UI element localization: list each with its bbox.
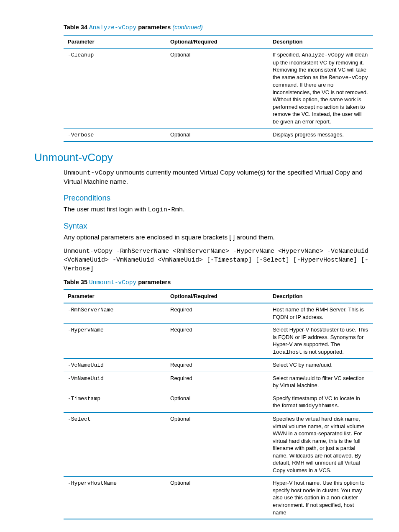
table34-body: -CleanupOptionalIf specified, Analyze-vC… (64, 48, 373, 141)
cell-parameter: -Select (64, 412, 166, 476)
text-run: Unmount-vCopy (64, 169, 114, 177)
cell-parameter: -Verbose (64, 128, 166, 141)
table-row: -TimestampOptionalSpecify timestamp of V… (64, 392, 373, 412)
col-parameter: Parameter (64, 35, 166, 49)
cell-parameter: -Cleanup (64, 48, 166, 128)
cell-optional-required: Optional (166, 477, 269, 519)
table-row: -HypervHostNameOptionalHyper-V host name… (64, 477, 373, 519)
text-run: Hyper-V host name. Use this option to sp… (273, 480, 365, 515)
cell-parameter: -VmNameUuid (64, 372, 166, 392)
col-optional-required: Optional/Required (166, 290, 269, 303)
caption-lead: Table 35 (64, 279, 89, 285)
param-code: -Verbose (68, 132, 94, 138)
param-code: -Cleanup (68, 52, 94, 58)
text-run: localhost (273, 349, 302, 355)
text-run: The user must first login with (64, 206, 148, 213)
cell-optional-required: Required (166, 324, 269, 359)
table35: Parameter Optional/Required Description … (64, 289, 373, 519)
param-code: -RmhServerName (68, 307, 113, 313)
cell-parameter: -RmhServerName (64, 303, 166, 324)
cell-description: Host name of the RMH Server. This is FQD… (269, 303, 373, 324)
caption-lead: Table 34 (64, 24, 89, 31)
cell-description: Select VC by name/uuid. (269, 359, 373, 372)
cell-optional-required: Optional (166, 412, 269, 476)
table-header-row: Parameter Optional/Required Description (64, 35, 373, 49)
table35-caption: Table 35 Unmount-vCopy parameters (64, 278, 369, 287)
param-code: -HypervName (68, 327, 104, 333)
cell-description: Specifies the virtual hard disk name, vi… (269, 412, 373, 476)
table-row: -SelectOptionalSpecifies the virtual har… (64, 412, 373, 476)
text-run: Select name/uuid to filter VC selection … (273, 375, 365, 389)
table34: Parameter Optional/Required Description … (64, 35, 373, 142)
text-run: Host name of the RMH Server. This is FQD… (273, 306, 364, 320)
cell-description: Select Hyper-V host/cluster to use. This… (269, 324, 373, 359)
cell-optional-required: Optional (166, 48, 269, 128)
text-run: . (183, 206, 184, 213)
syntax-codeblock: Unmount-vCopy -RmhServerName <RmhServerN… (64, 247, 369, 273)
preconditions-heading: Preconditions (64, 193, 369, 203)
cell-optional-required: Optional (166, 128, 269, 141)
text-run: Displays progress messages. (273, 131, 344, 138)
table-row: -VerboseOptionalDisplays progress messag… (64, 128, 373, 141)
caption-continued: (continued) (172, 24, 203, 31)
caption-tail: parameters (136, 24, 172, 31)
text-run: Specifies the virtual hard disk name, vi… (273, 416, 364, 473)
col-optional-required: Optional/Required (166, 35, 269, 49)
caption-tail: parameters (136, 279, 171, 285)
cell-description: If specified, Analyze-vCopy will clean u… (269, 48, 373, 128)
param-code: -HypervHostName (68, 480, 117, 486)
param-code: -Select (68, 416, 91, 422)
preconditions-text: The user must first login with Login-Rmh… (64, 205, 369, 214)
param-code: -Timestamp (68, 396, 100, 402)
caption-code: Unmount-vCopy (89, 279, 136, 286)
text-run: Select VC by name/uuid. (273, 362, 332, 368)
cell-parameter: -HypervName (64, 324, 166, 359)
table-row: -VcNameUuidRequiredSelect VC by name/uui… (64, 359, 373, 372)
text-run: If specified, (273, 51, 302, 58)
table34-caption: Table 34 Analyze-vCopy parameters (conti… (64, 23, 369, 32)
cell-parameter: -VcNameUuid (64, 359, 166, 372)
text-run: Select Hyper-V host/cluster to use. This… (273, 326, 368, 347)
table-row: -CleanupOptionalIf specified, Analyze-vC… (64, 48, 373, 128)
cell-optional-required: Required (166, 359, 269, 372)
text-run: . (338, 402, 340, 409)
text-run: Analyze-vCopy (302, 52, 344, 58)
caption-code: Analyze-vCopy (89, 24, 136, 31)
cell-description: Hyper-V host name. Use this option to sp… (269, 477, 373, 519)
param-code: -VmNameUuid (68, 375, 104, 382)
text-run: is not supported. (302, 349, 344, 355)
table-header-row: Parameter Optional/Required Description (64, 290, 373, 303)
param-code: -VcNameUuid (68, 362, 104, 368)
table-row: -HypervNameRequiredSelect Hyper-V host/c… (64, 324, 373, 359)
cell-parameter: -HypervHostName (64, 477, 166, 519)
cell-optional-required: Optional (166, 392, 269, 412)
cell-description: Select name/uuid to filter VC selection … (269, 372, 373, 392)
text-run: mmddyyhhmmss (299, 403, 338, 409)
table-row: -RmhServerNameRequiredHost name of the R… (64, 303, 373, 324)
cell-optional-required: Required (166, 303, 269, 324)
section-title-unmount-vcopy: Unmount-vCopy (34, 150, 369, 165)
table-row: -VmNameUuidRequiredSelect name/uuid to f… (64, 372, 373, 392)
table35-body: -RmhServerNameRequiredHost name of the R… (64, 303, 373, 519)
cell-parameter: -Timestamp (64, 392, 166, 412)
col-parameter: Parameter (64, 290, 166, 303)
cell-description: Specify timestamp of VC to locate in the… (269, 392, 373, 412)
text-run: Remove-vCopy (329, 75, 368, 81)
col-description: Description (269, 290, 373, 303)
syntax-note: Any optional parameters are enclosed in … (64, 233, 369, 242)
text-run: command. If there are no inconsistencies… (273, 82, 368, 125)
section-intro: Unmount-vCopy unmounts currently mounted… (64, 168, 369, 186)
cell-optional-required: Required (166, 372, 269, 392)
syntax-heading: Syntax (64, 221, 369, 231)
col-description: Description (269, 35, 373, 49)
cell-description: Displays progress messages. (269, 128, 373, 141)
text-run: Login-Rmh (148, 206, 183, 213)
